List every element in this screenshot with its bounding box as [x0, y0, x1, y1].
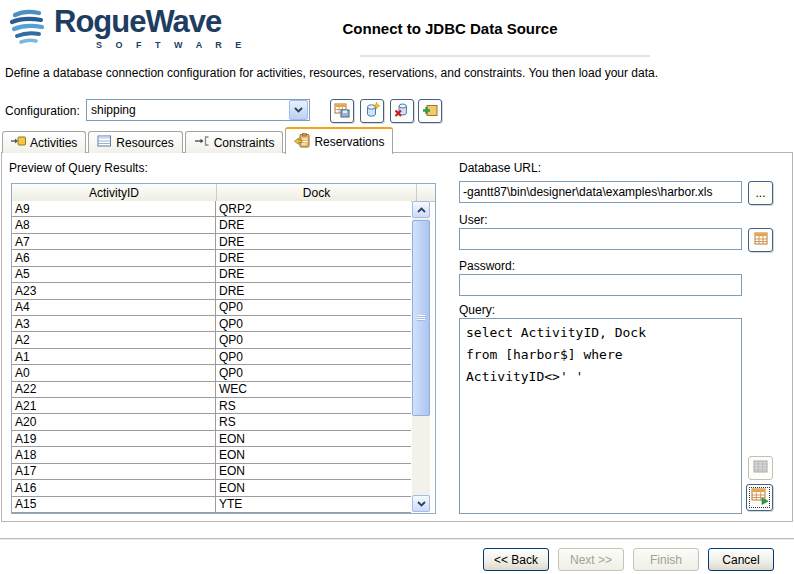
tab-reservations[interactable]: Reservations: [285, 127, 393, 154]
table-row[interactable]: A21RS: [12, 398, 411, 414]
cell-dock: DRE: [216, 250, 411, 265]
table-row[interactable]: A22WEC: [12, 382, 411, 398]
table-row[interactable]: A16EON: [12, 480, 411, 496]
cell-dock: DRE: [216, 234, 411, 249]
tab-label: Activities: [30, 136, 77, 150]
ellipsis-label: ...: [755, 186, 765, 200]
reservations-tab-panel: Preview of Query Results: ActivityID Doc…: [1, 152, 793, 522]
cell-activityid: A20: [12, 414, 216, 429]
table-row[interactable]: A23DRE: [12, 283, 411, 299]
run-query-icon: [751, 488, 769, 508]
resource-table-icon: [97, 134, 112, 151]
run-query-button[interactable]: [746, 484, 773, 511]
table-row[interactable]: A9QRP2: [12, 201, 411, 217]
cell-dock: DRE: [216, 267, 411, 282]
cell-dock: EON: [216, 447, 411, 462]
table-row[interactable]: A7DRE: [12, 234, 411, 250]
table-row[interactable]: A6DRE: [12, 250, 411, 266]
tab-label: Constraints: [214, 136, 275, 150]
show-tables-button[interactable]: [748, 228, 773, 252]
add-item-button[interactable]: [418, 99, 442, 123]
cell-dock: EON: [216, 431, 411, 446]
cell-activityid: A0: [12, 365, 216, 380]
cell-dock: RS: [216, 414, 411, 429]
table-row[interactable]: A2QP0: [12, 332, 411, 348]
table-row[interactable]: A5DRE: [12, 267, 411, 283]
column-header-dock[interactable]: Dock: [217, 184, 417, 201]
wave-logo-icon: [8, 6, 50, 53]
cell-dock: QP0: [216, 332, 411, 347]
preview-results-label: Preview of Query Results:: [9, 161, 148, 175]
new-database-button[interactable]: [360, 99, 384, 123]
scroll-up-icon[interactable]: [412, 201, 430, 218]
cell-dock: DRE: [216, 217, 411, 232]
cell-activityid: A2: [12, 332, 216, 347]
user-input[interactable]: [459, 228, 742, 250]
cell-activityid: A7: [12, 234, 216, 249]
tab-constraints[interactable]: Constraints: [185, 131, 284, 153]
cell-dock: WEC: [216, 382, 411, 397]
table-row[interactable]: A17EON: [12, 464, 411, 480]
cell-activityid: A1: [12, 349, 216, 364]
column-header-activityid[interactable]: ActivityID: [12, 184, 217, 201]
brand-subtitle: S O F T W A R E: [54, 40, 247, 50]
table-row[interactable]: A4QP0: [12, 300, 411, 316]
scroll-down-icon[interactable]: [412, 495, 430, 512]
save-configuration-button[interactable]: [330, 99, 354, 123]
cell-activityid: A23: [12, 283, 216, 298]
brand-name: RogueWave: [54, 6, 247, 39]
table-row[interactable]: A18EON: [12, 447, 411, 463]
cell-activityid: A9: [12, 201, 216, 216]
tab-resources[interactable]: Resources: [88, 131, 182, 153]
cell-dock: YTE: [216, 497, 411, 512]
table-row[interactable]: A8DRE: [12, 217, 411, 233]
configuration-label: Configuration:: [5, 104, 80, 118]
preview-disabled-button: [748, 456, 773, 480]
cell-activityid: A18: [12, 447, 216, 462]
cell-dock: EON: [216, 464, 411, 479]
cell-activityid: A8: [12, 217, 216, 232]
password-input[interactable]: [459, 274, 742, 296]
cell-dock: QP0: [216, 349, 411, 364]
jdbc-connect-dialog: RogueWave S O F T W A R E Connect to JDB…: [0, 0, 794, 574]
table-gray-icon: [753, 460, 768, 476]
browse-button[interactable]: ...: [748, 181, 773, 205]
cell-dock: DRE: [216, 283, 411, 298]
database-url-input[interactable]: [459, 181, 742, 203]
preview-table-body: A9QRP2A8DREA7DREA6DREA5DREA23DREA4QP0A3Q…: [12, 201, 411, 513]
chevron-down-icon[interactable]: [289, 100, 308, 120]
scrollbar-thumb[interactable]: [412, 220, 430, 416]
table-row[interactable]: A1QP0: [12, 349, 411, 365]
table-vertical-scrollbar[interactable]: [412, 201, 430, 512]
cell-activityid: A6: [12, 250, 216, 265]
cell-activityid: A21: [12, 398, 216, 413]
delete-database-button[interactable]: [390, 99, 414, 123]
cancel-button[interactable]: Cancel: [708, 548, 774, 571]
query-label: Query:: [459, 303, 495, 317]
cell-activityid: A3: [12, 316, 216, 331]
title-divider: [360, 55, 650, 57]
database-new-icon: [364, 102, 380, 121]
activity-box-icon: [11, 134, 26, 151]
table-row[interactable]: A0QP0: [12, 365, 411, 381]
table-row[interactable]: A19EON: [12, 431, 411, 447]
table-row[interactable]: A15YTE: [12, 497, 411, 513]
spreadsheet-icon: [752, 231, 769, 250]
tab-activities[interactable]: Activities: [2, 131, 86, 153]
table-header-row: ActivityID Dock: [12, 184, 435, 202]
table-row[interactable]: A20RS: [12, 414, 411, 430]
query-textarea[interactable]: select ActivityID, Dock from [harbor$] w…: [459, 318, 742, 514]
description-text: Define a database connection configurati…: [5, 66, 658, 80]
cell-activityid: A17: [12, 464, 216, 479]
constraint-arrow-icon: [194, 134, 210, 151]
cell-activityid: A16: [12, 480, 216, 495]
next-button: Next >>: [558, 548, 624, 571]
tab-label: Resources: [116, 136, 173, 150]
cell-dock: QP0: [216, 365, 411, 380]
finish-button: Finish: [633, 548, 699, 571]
cell-dock: EON: [216, 480, 411, 495]
back-button[interactable]: << Back: [483, 548, 549, 571]
table-row[interactable]: A3QP0: [12, 316, 411, 332]
user-label: User:: [459, 213, 488, 227]
configuration-select[interactable]: shipping: [86, 99, 310, 121]
